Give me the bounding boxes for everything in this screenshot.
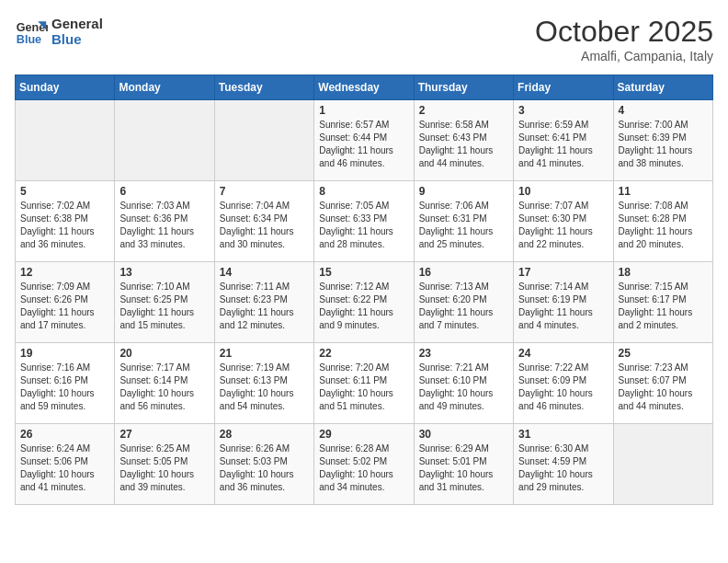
header-thursday: Thursday [414, 75, 513, 100]
day-number: 19 [20, 347, 109, 360]
calendar-cell [214, 100, 313, 181]
day-number: 22 [319, 347, 408, 360]
day-number: 30 [419, 428, 508, 441]
calendar-cell: 5Sunrise: 7:02 AM Sunset: 6:38 PM Daylig… [16, 181, 115, 262]
calendar-cell: 23Sunrise: 7:21 AM Sunset: 6:10 PM Dayli… [414, 343, 513, 424]
day-info: Sunrise: 7:13 AM Sunset: 6:20 PM Dayligh… [419, 281, 508, 332]
day-info: Sunrise: 7:12 AM Sunset: 6:22 PM Dayligh… [319, 281, 408, 332]
day-info: Sunrise: 7:11 AM Sunset: 6:23 PM Dayligh… [220, 281, 309, 332]
header-tuesday: Tuesday [214, 75, 313, 100]
day-info: Sunrise: 7:04 AM Sunset: 6:34 PM Dayligh… [220, 200, 309, 251]
calendar-cell: 8Sunrise: 7:05 AM Sunset: 6:33 PM Daylig… [314, 181, 414, 262]
day-number: 21 [220, 347, 309, 360]
day-info: Sunrise: 6:28 AM Sunset: 5:02 PM Dayligh… [319, 442, 408, 494]
day-number: 31 [518, 428, 608, 441]
calendar-cell: 21Sunrise: 7:19 AM Sunset: 6:13 PM Dayli… [214, 343, 313, 424]
calendar-cell: 12Sunrise: 7:09 AM Sunset: 6:26 PM Dayli… [16, 262, 115, 343]
day-info: Sunrise: 7:16 AM Sunset: 6:16 PM Dayligh… [20, 362, 109, 413]
day-number: 4 [619, 104, 708, 117]
day-number: 15 [319, 266, 408, 279]
calendar-table: SundayMondayTuesdayWednesdayThursdayFrid… [15, 75, 713, 505]
day-info: Sunrise: 6:30 AM Sunset: 4:59 PM Dayligh… [518, 442, 608, 494]
calendar-cell [16, 100, 115, 181]
location-subtitle: Amalfi, Campania, Italy [535, 49, 713, 63]
day-number: 14 [220, 266, 309, 279]
calendar-cell: 11Sunrise: 7:08 AM Sunset: 6:28 PM Dayli… [613, 181, 712, 262]
header-friday: Friday [514, 75, 613, 100]
calendar-cell: 2Sunrise: 6:58 AM Sunset: 6:43 PM Daylig… [414, 100, 513, 181]
day-info: Sunrise: 6:59 AM Sunset: 6:41 PM Dayligh… [518, 119, 608, 170]
day-info: Sunrise: 7:09 AM Sunset: 6:26 PM Dayligh… [20, 281, 109, 332]
calendar-cell: 17Sunrise: 7:14 AM Sunset: 6:19 PM Dayli… [514, 262, 613, 343]
day-info: Sunrise: 6:26 AM Sunset: 5:03 PM Dayligh… [220, 442, 309, 494]
week-row-5: 26Sunrise: 6:24 AM Sunset: 5:06 PM Dayli… [16, 424, 713, 505]
calendar-cell: 26Sunrise: 6:24 AM Sunset: 5:06 PM Dayli… [16, 424, 115, 505]
title-block: October 2025 Amalfi, Campania, Italy [535, 15, 713, 63]
calendar-cell: 18Sunrise: 7:15 AM Sunset: 6:17 PM Dayli… [613, 262, 712, 343]
calendar-cell: 28Sunrise: 6:26 AM Sunset: 5:03 PM Dayli… [214, 424, 313, 505]
day-number: 23 [419, 347, 508, 360]
day-info: Sunrise: 6:58 AM Sunset: 6:43 PM Dayligh… [419, 119, 508, 170]
header-wednesday: Wednesday [314, 75, 414, 100]
calendar-cell [613, 424, 712, 505]
day-info: Sunrise: 7:07 AM Sunset: 6:30 PM Dayligh… [518, 200, 608, 251]
calendar-cell: 29Sunrise: 6:28 AM Sunset: 5:02 PM Dayli… [314, 424, 414, 505]
day-number: 17 [518, 266, 608, 279]
day-number: 9 [419, 185, 508, 198]
day-info: Sunrise: 6:29 AM Sunset: 5:01 PM Dayligh… [419, 442, 508, 494]
calendar-cell: 7Sunrise: 7:04 AM Sunset: 6:34 PM Daylig… [214, 181, 313, 262]
week-row-1: 1Sunrise: 6:57 AM Sunset: 6:44 PM Daylig… [16, 100, 713, 181]
day-number: 27 [119, 428, 209, 441]
day-info: Sunrise: 7:20 AM Sunset: 6:11 PM Dayligh… [319, 362, 408, 413]
week-row-2: 5Sunrise: 7:02 AM Sunset: 6:38 PM Daylig… [16, 181, 713, 262]
calendar-cell: 10Sunrise: 7:07 AM Sunset: 6:30 PM Dayli… [514, 181, 613, 262]
calendar-cell: 3Sunrise: 6:59 AM Sunset: 6:41 PM Daylig… [514, 100, 613, 181]
day-info: Sunrise: 7:08 AM Sunset: 6:28 PM Dayligh… [619, 200, 708, 251]
day-number: 7 [220, 185, 309, 198]
day-number: 13 [119, 266, 209, 279]
day-info: Sunrise: 7:05 AM Sunset: 6:33 PM Dayligh… [319, 200, 408, 251]
calendar-cell: 13Sunrise: 7:10 AM Sunset: 6:25 PM Dayli… [115, 262, 214, 343]
day-number: 5 [20, 185, 109, 198]
calendar-cell: 20Sunrise: 7:17 AM Sunset: 6:14 PM Dayli… [115, 343, 214, 424]
day-info: Sunrise: 7:21 AM Sunset: 6:10 PM Dayligh… [419, 362, 508, 413]
day-number: 28 [220, 428, 309, 441]
day-number: 1 [319, 104, 408, 117]
header-sunday: Sunday [16, 75, 115, 100]
calendar-cell: 19Sunrise: 7:16 AM Sunset: 6:16 PM Dayli… [16, 343, 115, 424]
day-info: Sunrise: 7:22 AM Sunset: 6:09 PM Dayligh… [518, 362, 608, 413]
day-info: Sunrise: 7:17 AM Sunset: 6:14 PM Dayligh… [119, 362, 209, 413]
header-monday: Monday [115, 75, 214, 100]
day-number: 18 [619, 266, 708, 279]
day-number: 16 [419, 266, 508, 279]
day-number: 8 [319, 185, 408, 198]
day-info: Sunrise: 7:14 AM Sunset: 6:19 PM Dayligh… [518, 281, 608, 332]
calendar-cell: 27Sunrise: 6:25 AM Sunset: 5:05 PM Dayli… [115, 424, 214, 505]
day-info: Sunrise: 6:25 AM Sunset: 5:05 PM Dayligh… [119, 442, 209, 494]
svg-text:Blue: Blue [17, 33, 41, 46]
week-row-4: 19Sunrise: 7:16 AM Sunset: 6:16 PM Dayli… [16, 343, 713, 424]
calendar-cell [115, 100, 214, 181]
day-info: Sunrise: 7:10 AM Sunset: 6:25 PM Dayligh… [119, 281, 209, 332]
day-number: 11 [619, 185, 708, 198]
logo: General Blue General Blue [15, 15, 103, 48]
calendar-cell: 15Sunrise: 7:12 AM Sunset: 6:22 PM Dayli… [314, 262, 414, 343]
day-number: 6 [119, 185, 209, 198]
calendar-cell: 1Sunrise: 6:57 AM Sunset: 6:44 PM Daylig… [314, 100, 414, 181]
day-info: Sunrise: 7:19 AM Sunset: 6:13 PM Dayligh… [220, 362, 309, 413]
day-info: Sunrise: 7:15 AM Sunset: 6:17 PM Dayligh… [619, 281, 708, 332]
calendar-cell: 25Sunrise: 7:23 AM Sunset: 6:07 PM Dayli… [613, 343, 712, 424]
calendar-cell: 31Sunrise: 6:30 AM Sunset: 4:59 PM Dayli… [514, 424, 613, 505]
calendar-cell: 14Sunrise: 7:11 AM Sunset: 6:23 PM Dayli… [214, 262, 313, 343]
day-number: 29 [319, 428, 408, 441]
calendar-cell: 30Sunrise: 6:29 AM Sunset: 5:01 PM Dayli… [414, 424, 513, 505]
header-saturday: Saturday [613, 75, 712, 100]
day-info: Sunrise: 7:02 AM Sunset: 6:38 PM Dayligh… [20, 200, 109, 251]
day-number: 3 [518, 104, 608, 117]
day-info: Sunrise: 6:57 AM Sunset: 6:44 PM Dayligh… [319, 119, 408, 170]
calendar-cell: 16Sunrise: 7:13 AM Sunset: 6:20 PM Dayli… [414, 262, 513, 343]
week-row-3: 12Sunrise: 7:09 AM Sunset: 6:26 PM Dayli… [16, 262, 713, 343]
calendar-cell: 24Sunrise: 7:22 AM Sunset: 6:09 PM Dayli… [514, 343, 613, 424]
day-info: Sunrise: 7:06 AM Sunset: 6:31 PM Dayligh… [419, 200, 508, 251]
day-info: Sunrise: 7:00 AM Sunset: 6:39 PM Dayligh… [619, 119, 708, 170]
